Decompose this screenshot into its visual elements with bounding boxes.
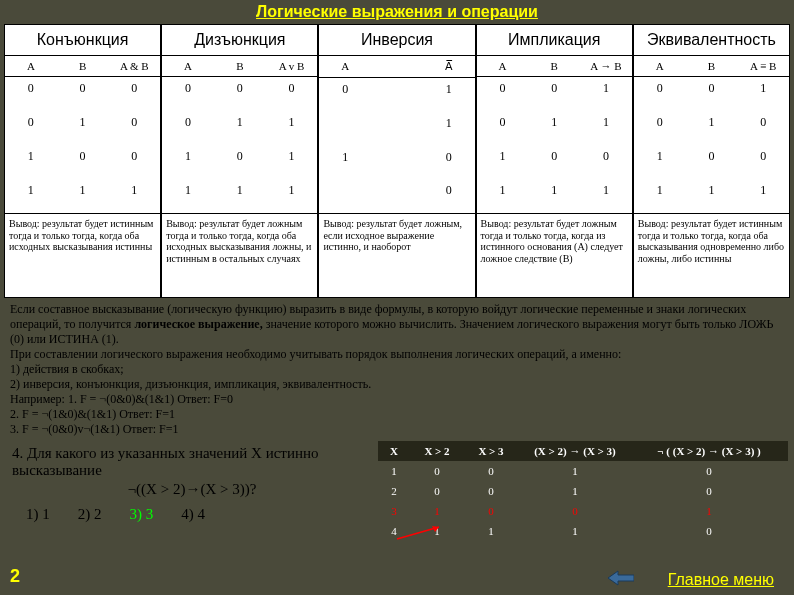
op-conclusion: Вывод: результат будет истинным тогда и …: [5, 213, 160, 297]
op-name: Импликация: [477, 25, 632, 56]
cell: 0: [214, 77, 266, 111]
cell: 1: [57, 111, 109, 145]
col-label: A & B: [108, 56, 160, 76]
cell: 1: [5, 145, 57, 179]
cell: 2: [378, 481, 410, 501]
cell: 1: [214, 111, 266, 145]
truth-tables: КонъюнкцияABA & B000010100111Вывод: резу…: [4, 24, 790, 298]
main-menu-link[interactable]: Главное меню: [668, 571, 774, 589]
tt-rows: 000010100111: [5, 77, 160, 213]
col-label: A ≡ B: [737, 56, 789, 76]
cell: 0: [737, 111, 789, 145]
eval-row: 20010: [378, 481, 788, 501]
table-row: 011: [162, 111, 317, 145]
cell: 1: [737, 77, 789, 111]
question-text: 4. Для какого из указанных значений X ис…: [12, 445, 372, 479]
cell: 0: [528, 77, 580, 111]
cell: 1: [528, 179, 580, 213]
op-conclusion: Вывод: результат будет ложным тогда и то…: [162, 213, 317, 297]
tt-rows: 000011101111: [162, 77, 317, 213]
table-row: 100: [634, 145, 789, 179]
cell: 1: [528, 111, 580, 145]
table-row: 100: [5, 145, 160, 179]
cell: 1: [410, 501, 464, 521]
explanation-block: Если составное высказывание (логическую …: [0, 298, 794, 441]
cell: 1: [214, 179, 266, 213]
cell: 1: [580, 111, 632, 145]
cell: 0: [518, 501, 632, 521]
cell: 1: [632, 501, 786, 521]
col-label: A: [162, 56, 214, 76]
table-row: 001: [634, 77, 789, 111]
cell: 0: [319, 78, 371, 112]
cell: 1: [319, 146, 371, 180]
col-neg: ¬ ( (X > 2) → (X > 3) ): [632, 441, 786, 461]
answer-3-correct: 3) 3: [130, 506, 154, 523]
back-arrow-icon[interactable]: [608, 569, 634, 587]
question-block: 4. Для какого из указанных значений X ис…: [6, 441, 378, 541]
cell: 0: [5, 77, 57, 111]
cell: 1: [737, 179, 789, 213]
answer-options: 1) 1 2) 2 3) 3 4) 4: [12, 498, 372, 523]
table-row: 111: [634, 179, 789, 213]
col-xgt3: X > 3: [464, 441, 518, 461]
col-headers: ABA → B: [477, 56, 632, 77]
svg-marker-2: [608, 571, 634, 585]
cell: 1: [464, 521, 518, 541]
table-row: 011: [477, 111, 632, 145]
table-row: 0: [319, 179, 474, 213]
table-row: 001: [477, 77, 632, 111]
cell: 1: [686, 111, 738, 145]
cell: 1: [518, 461, 632, 481]
cell: 0: [108, 111, 160, 145]
col-x: X: [378, 441, 410, 461]
cell: 1: [518, 481, 632, 501]
col-label: A: [634, 56, 686, 76]
cell: 0: [162, 77, 214, 111]
cell: 0: [162, 111, 214, 145]
text: 2. F = ¬(1&0)&(1&1) Ответ: F=1: [10, 407, 175, 421]
cell: [371, 78, 423, 112]
truth-table-col: ЭквивалентностьABA ≡ B001010100111Вывод:…: [633, 24, 790, 298]
eval-header: X X > 2 X > 3 (X > 2) → (X > 3) ¬ ( (X >…: [378, 441, 788, 461]
cell: 0: [423, 146, 475, 180]
op-conclusion: Вывод: результат будет ложным, если исхо…: [319, 213, 474, 297]
truth-table-col: КонъюнкцияABA & B000010100111Вывод: резу…: [4, 24, 161, 298]
col-label: A → B: [580, 56, 632, 76]
cell: 1: [266, 179, 318, 213]
cell: 3: [378, 501, 410, 521]
text: Например: 1. F = ¬(0&0)&(1&1) Ответ: F=0: [10, 392, 233, 406]
cell: [319, 179, 371, 213]
cell: 1: [518, 521, 632, 541]
cell: 0: [686, 77, 738, 111]
tt-rows: 001011100111: [477, 77, 632, 213]
question-formula: ¬((X > 2)→(X > 3))?: [12, 479, 372, 498]
truth-table-col: ИмпликацияABA → B001011100111Вывод: резу…: [476, 24, 633, 298]
cell: 0: [214, 145, 266, 179]
col-label: B: [214, 56, 266, 76]
text: 1) действия в скобках;: [10, 362, 124, 376]
cell: 0: [57, 77, 109, 111]
cell: 1: [57, 179, 109, 213]
col-label: B: [57, 56, 109, 76]
cell: 0: [528, 145, 580, 179]
col-label: A v B: [266, 56, 318, 76]
col-headers: ABA ≡ B: [634, 56, 789, 77]
op-conclusion: Вывод: результат будет ложным тогда и то…: [477, 213, 632, 297]
cell: 1: [477, 145, 529, 179]
cell: 0: [57, 145, 109, 179]
cell: 1: [686, 179, 738, 213]
cell: 1: [266, 145, 318, 179]
svg-line-0: [397, 527, 439, 539]
table-row: 01: [319, 78, 474, 112]
eval-row: 10010: [378, 461, 788, 481]
page-title: Логические выражения и операции: [0, 0, 794, 24]
cell: [319, 112, 371, 146]
tt-rows: 011100: [319, 78, 474, 213]
cell: 0: [477, 77, 529, 111]
cell: 1: [378, 461, 410, 481]
cell: 0: [423, 179, 475, 213]
op-name: Дизъюнкция: [162, 25, 317, 56]
col-label: A̅: [423, 56, 475, 77]
table-row: 111: [162, 179, 317, 213]
